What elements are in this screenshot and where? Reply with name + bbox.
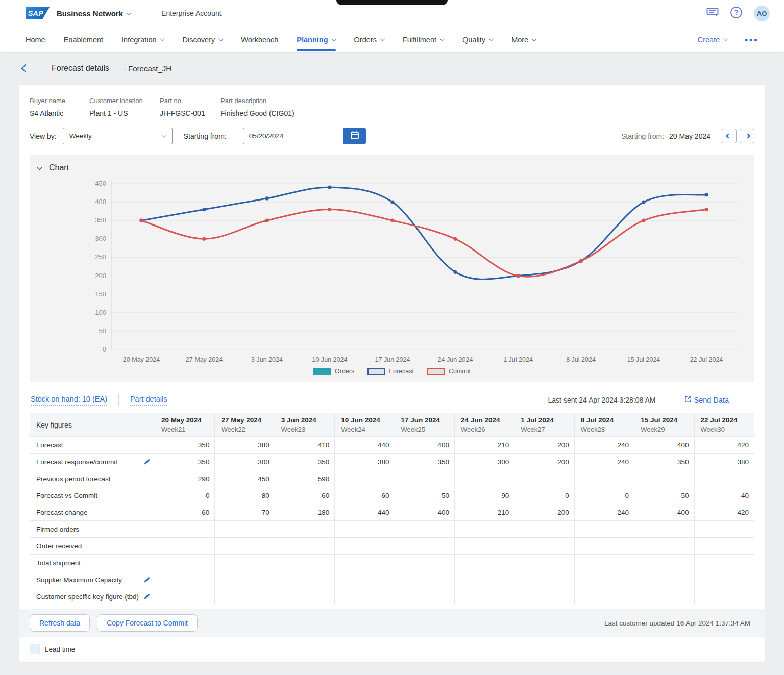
row-label-wrap: Order received: [36, 542, 151, 550]
cell[interactable]: [215, 571, 275, 588]
cell: [514, 555, 574, 571]
legend-item-forecast: Forecast: [368, 368, 414, 375]
send-data-link[interactable]: Send Data: [684, 395, 729, 405]
date-input[interactable]: [243, 128, 343, 144]
period-label: Starting from:: [621, 132, 664, 140]
part-details-link[interactable]: Part details: [130, 395, 167, 406]
cell: 420: [694, 437, 754, 454]
nav-item-integration[interactable]: Integration: [121, 27, 164, 52]
cell[interactable]: [275, 571, 334, 588]
cell: 400: [634, 504, 694, 521]
table-row: Total shipment: [30, 555, 754, 571]
nav-item-orders[interactable]: Orders: [354, 27, 384, 52]
table-row: Supplier Maximum Capacity: [30, 571, 754, 588]
cell[interactable]: [275, 588, 334, 605]
cell[interactable]: [155, 571, 215, 588]
cell[interactable]: [215, 588, 275, 605]
svg-text:10 Jun 2024: 10 Jun 2024: [312, 356, 348, 363]
copy-forecast-to-commit-button[interactable]: Copy Forecast to Commit: [97, 614, 198, 632]
row-label: Previous period forecast: [36, 475, 111, 483]
info-label: Part no.: [160, 97, 220, 105]
legend-swatch: [313, 368, 331, 375]
cell: [335, 470, 395, 487]
nav-item-planning[interactable]: Planning: [297, 27, 335, 52]
cell[interactable]: 350: [634, 454, 694, 470]
view-by-select[interactable]: Weekly: [63, 128, 173, 144]
cell[interactable]: [574, 571, 634, 588]
row-label-cell: Order received: [30, 538, 155, 555]
chevron-down-icon: [723, 36, 728, 41]
stock-on-hand-link[interactable]: Stock on hand: 10 (EA): [31, 395, 107, 406]
cell: 400: [395, 437, 454, 454]
cell[interactable]: 350: [275, 454, 334, 470]
table-footer: Refresh data Copy Forecast to Commit Las…: [19, 609, 765, 637]
cell[interactable]: [634, 571, 694, 588]
help-button[interactable]: ?: [730, 6, 743, 20]
cell[interactable]: 300: [215, 454, 275, 470]
table-row: Forecast response/commit3503003503803503…: [30, 454, 754, 470]
table-row: Previous period forecast290450590: [30, 470, 754, 487]
cell: 240: [574, 504, 634, 521]
nav-item-quality[interactable]: Quality: [462, 27, 493, 52]
cell: -50: [634, 487, 694, 504]
refresh-data-button[interactable]: Refresh data: [30, 614, 90, 632]
cell[interactable]: [694, 588, 754, 605]
cell: [574, 470, 634, 487]
feedback-button[interactable]: [706, 7, 719, 20]
cell[interactable]: [634, 588, 694, 605]
business-network-menu[interactable]: Business Network: [57, 9, 131, 18]
cell: 90: [454, 487, 514, 504]
nav-item-home[interactable]: Home: [26, 27, 45, 52]
screen-notch: [336, 0, 448, 5]
cell[interactable]: [514, 571, 574, 588]
next-period-button[interactable]: [740, 129, 754, 143]
cell[interactable]: [514, 588, 574, 605]
cell[interactable]: [335, 588, 395, 605]
nav-item-fulfillment[interactable]: Fulfillment: [403, 27, 444, 52]
cell[interactable]: [454, 571, 514, 588]
more-actions-button[interactable]: ●●●: [744, 36, 758, 43]
nav-item-enablement[interactable]: Enablement: [64, 27, 103, 52]
nav-item-discovery[interactable]: Discovery: [183, 27, 223, 52]
lead-time-label: Lead time: [45, 645, 75, 653]
avatar[interactable]: AO: [754, 6, 770, 21]
create-button[interactable]: Create: [698, 36, 728, 44]
edit-icon[interactable]: [143, 593, 151, 601]
edit-icon[interactable]: [143, 458, 151, 466]
cell[interactable]: 300: [454, 454, 514, 470]
cell[interactable]: [454, 588, 514, 605]
cell[interactable]: 200: [514, 454, 574, 470]
cell[interactable]: 380: [335, 454, 395, 470]
back-icon[interactable]: [21, 64, 30, 73]
previous-period-button[interactable]: [722, 129, 737, 143]
top-bar: SAP Business Network Enterprise Account …: [0, 0, 784, 52]
cell: -80: [215, 487, 275, 504]
cell[interactable]: [694, 571, 754, 588]
cell[interactable]: 380: [694, 454, 754, 470]
svg-text:22 Jul 2024: 22 Jul 2024: [690, 356, 723, 363]
nav-item-label: Integration: [121, 36, 157, 44]
cell: [574, 555, 634, 571]
cell[interactable]: 350: [395, 454, 454, 470]
nav-item-workbench[interactable]: Workbench: [241, 27, 278, 52]
row-label: Customer specific key figure (tbd): [36, 593, 139, 601]
cell[interactable]: [574, 588, 634, 605]
nav-item-more[interactable]: More: [511, 27, 536, 52]
cell[interactable]: 240: [574, 454, 634, 470]
cell[interactable]: 350: [155, 454, 215, 470]
main-nav: HomeEnablementIntegrationDiscoveryWorkbe…: [26, 27, 536, 52]
cell[interactable]: [335, 571, 395, 588]
calendar-button[interactable]: [343, 128, 366, 144]
collapse-chevron-icon[interactable]: [37, 164, 42, 170]
edit-icon[interactable]: [143, 576, 151, 584]
cell: [454, 538, 514, 555]
svg-text:450: 450: [95, 180, 106, 187]
cell[interactable]: [395, 588, 454, 605]
svg-text:50: 50: [99, 327, 106, 335]
column-week: Week26: [461, 426, 508, 433]
cell[interactable]: [155, 588, 215, 605]
svg-text:200: 200: [95, 272, 106, 280]
table-body: Forecast350380410440400210200240400420Fo…: [30, 437, 754, 605]
cell[interactable]: [395, 571, 454, 588]
chart-title: Chart: [49, 163, 69, 172]
